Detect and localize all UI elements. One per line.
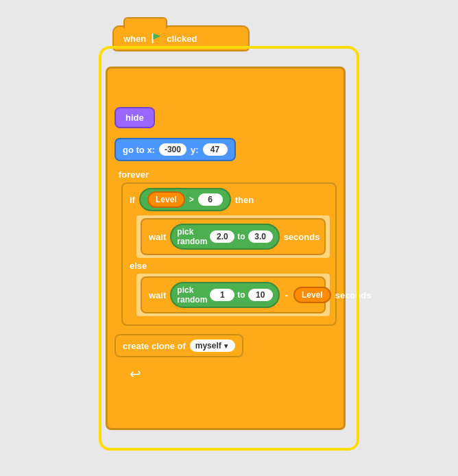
- forever-end: ↩: [114, 360, 337, 386]
- from-val[interactable]: 2.0: [210, 230, 234, 243]
- svg-rect-0: [152, 34, 154, 43]
- else-label: else: [130, 261, 147, 271]
- else-to-label: to: [237, 290, 245, 300]
- to-label: to: [237, 232, 245, 241]
- if-label: if: [130, 195, 135, 205]
- to-val[interactable]: 3.0: [248, 230, 273, 243]
- else-level-var[interactable]: Level: [293, 287, 331, 303]
- clicked-label: clicked: [167, 34, 197, 44]
- y-value[interactable]: 47: [203, 143, 228, 156]
- else-wait-label: wait: [149, 290, 166, 300]
- main-script-body: hide go to x: -300 y: 47 forever if Leve…: [106, 67, 346, 430]
- else-minus: -: [285, 290, 288, 300]
- if-body: wait pick random 2.0 to 3.0 seconds: [136, 215, 330, 258]
- goto-block[interactable]: go to x: -300 y: 47: [114, 138, 236, 161]
- when-label: when: [123, 34, 146, 44]
- wait-label: wait: [149, 232, 166, 242]
- pick-random-label: pick random: [177, 227, 207, 246]
- create-clone-block[interactable]: create clone of myself ▼: [114, 334, 243, 357]
- myself-dropdown[interactable]: myself ▼: [190, 340, 235, 352]
- pick-random-else[interactable]: pick random 1 to 10: [170, 282, 279, 308]
- x-value[interactable]: -300: [159, 143, 186, 156]
- pick-random-if[interactable]: pick random 2.0 to 3.0: [170, 224, 279, 250]
- wait-block-if[interactable]: wait pick random 2.0 to 3.0 seconds: [141, 218, 326, 255]
- hide-block[interactable]: hide: [114, 107, 155, 128]
- hide-label: hide: [125, 112, 144, 123]
- svg-marker-1: [154, 34, 161, 40]
- level-condition[interactable]: Level > 6: [139, 188, 231, 211]
- myself-label: myself: [195, 341, 221, 350]
- else-row: else: [123, 258, 335, 274]
- y-label: y:: [191, 145, 199, 155]
- else-body: wait pick random 1 to 10 - Level seconds: [136, 274, 330, 316]
- else-from-val[interactable]: 1: [210, 289, 234, 301]
- forever-label: forever: [119, 169, 337, 180]
- seconds-label: seconds: [284, 232, 320, 242]
- if-else-block: if Level > 6 then wait pick random 2.0 t…: [121, 182, 337, 326]
- if-else-end: [123, 316, 335, 324]
- wait-block-else[interactable]: wait pick random 1 to 10 - Level seconds: [141, 276, 326, 313]
- else-pick-random-label: pick random: [177, 285, 207, 305]
- operator: >: [189, 195, 194, 204]
- if-row: if Level > 6 then: [123, 184, 335, 215]
- else-to-val[interactable]: 10: [248, 289, 273, 301]
- curly-arrow-icon: ↩: [124, 363, 337, 385]
- green-flag-icon: [150, 32, 162, 45]
- then-label: then: [235, 195, 254, 205]
- level-var[interactable]: Level: [147, 191, 185, 208]
- goto-label: go to x:: [123, 145, 155, 155]
- when-flag-clicked-block[interactable]: when clicked: [112, 25, 250, 51]
- condition-val[interactable]: 6: [198, 193, 223, 206]
- dropdown-arrow-icon: ▼: [223, 342, 230, 350]
- clone-label: create clone of: [123, 341, 186, 351]
- else-seconds-label: seconds: [335, 290, 372, 300]
